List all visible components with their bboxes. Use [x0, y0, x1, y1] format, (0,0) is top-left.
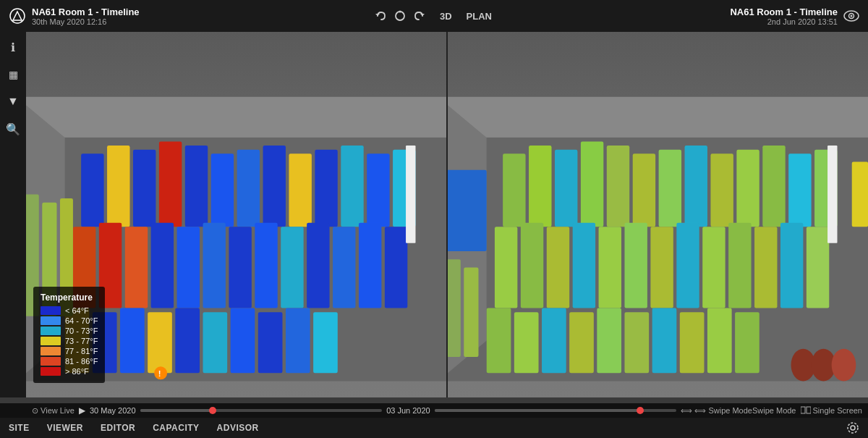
- svg-rect-67: [762, 146, 785, 227]
- nav-editor[interactable]: EDITOR: [101, 423, 135, 433]
- timeline-sidebar-spacer: [0, 403, 26, 418]
- svg-rect-57: [503, 153, 525, 227]
- svg-rect-63: [659, 150, 681, 227]
- svg-point-8: [850, 15, 852, 17]
- left-subtitle: 30th May 2020 12:16: [32, 17, 140, 26]
- nav-advisor[interactable]: ADVISOR: [217, 423, 259, 433]
- search-icon[interactable]: 🔍: [6, 122, 20, 136]
- svg-rect-91: [707, 308, 732, 374]
- svg-rect-61: [607, 146, 629, 227]
- svg-rect-79: [728, 223, 751, 308]
- nav-viewer[interactable]: VIEWER: [47, 423, 83, 433]
- svg-rect-18: [237, 150, 260, 227]
- center-controls: 3D PLAN: [375, 9, 495, 23]
- svg-rect-58: [529, 146, 551, 227]
- svg-rect-33: [281, 227, 303, 308]
- filter-icon[interactable]: ▼: [7, 95, 19, 108]
- svg-rect-89: [652, 308, 677, 374]
- svg-rect-100: [852, 162, 868, 227]
- redo-icon[interactable]: [412, 9, 425, 22]
- temperature-legend: Temperature < 64°F 64 - 70°F 70 - 73°F 7…: [33, 287, 105, 383]
- legend-label-5: 81 - 86°F: [65, 357, 98, 366]
- svg-rect-51: [406, 146, 415, 243]
- svg-rect-27: [125, 227, 148, 308]
- svg-rect-16: [185, 146, 208, 227]
- scene-left: ! Temperature < 64°F 64 - 70°F 70 - 73°F: [26, 32, 446, 397]
- info-icon[interactable]: ℹ: [11, 41, 15, 54]
- svg-rect-94: [448, 259, 461, 357]
- legend-color-0: [41, 306, 61, 315]
- view-3d-btn[interactable]: 3D: [437, 9, 455, 23]
- svg-rect-71: [521, 223, 543, 308]
- svg-rect-62: [633, 153, 655, 227]
- nav-site[interactable]: SITE: [9, 423, 30, 433]
- play-btn[interactable]: ▶: [79, 405, 85, 416]
- svg-rect-88: [624, 312, 649, 373]
- timeline-right-handle[interactable]: [637, 407, 644, 414]
- legend-item-6: > 86°F: [41, 367, 98, 376]
- svg-rect-55: [448, 97, 868, 138]
- svg-rect-44: [231, 308, 255, 374]
- scene-right: [448, 32, 868, 397]
- view-toggle: 3D PLAN: [437, 9, 495, 23]
- timeline-right-track[interactable]: [435, 409, 677, 412]
- svg-rect-81: [780, 223, 803, 308]
- svg-rect-31: [229, 227, 251, 308]
- svg-rect-72: [547, 227, 569, 308]
- legend-label-6: > 86°F: [65, 367, 89, 376]
- settings-icon[interactable]: [846, 421, 859, 434]
- legend-color-2: [41, 327, 61, 335]
- legend-label-2: 70 - 73°F: [65, 327, 98, 335]
- svg-rect-21: [315, 150, 337, 227]
- svg-rect-15: [159, 142, 182, 227]
- timeline-left-date: 30 May 2020: [90, 406, 136, 415]
- single-screen-label: Single Screen: [813, 406, 863, 415]
- chart-icon[interactable]: ▦: [9, 69, 18, 80]
- timeline-left-track[interactable]: [140, 409, 383, 412]
- sync-icon[interactable]: [393, 9, 407, 22]
- view-live-btn[interactable]: ⊙ View Live: [32, 406, 75, 416]
- legend-item-3: 73 - 77°F: [41, 337, 98, 345]
- svg-rect-35: [333, 227, 355, 308]
- logo-icon: [9, 7, 26, 25]
- svg-rect-20: [289, 153, 311, 227]
- swipe-mode-btn[interactable]: ⟺ ⟺ Swipe ModeSwipe Mode: [681, 406, 796, 416]
- legend-label-1: 64 - 70°F: [65, 316, 98, 325]
- svg-rect-14: [133, 150, 156, 227]
- svg-rect-80: [754, 227, 777, 308]
- top-bar: NA61 Room 1 - Timeline 30th May 2020 12:…: [0, 0, 868, 32]
- svg-rect-75: [624, 223, 647, 308]
- svg-rect-86: [569, 312, 594, 373]
- legend-title: Temperature: [41, 292, 98, 303]
- svg-rect-70: [495, 227, 517, 308]
- svg-rect-87: [597, 308, 621, 374]
- svg-rect-84: [514, 312, 539, 373]
- svg-rect-47: [313, 312, 338, 373]
- svg-rect-92: [735, 312, 760, 373]
- left-sidebar: ℹ ▦ ▼ 🔍: [0, 32, 26, 397]
- legend-item-2: 70 - 73°F: [41, 327, 98, 335]
- svg-rect-22: [341, 146, 363, 227]
- right-subtitle: 2nd Jun 2020 13:51: [730, 17, 838, 26]
- svg-rect-82: [807, 227, 829, 308]
- legend-label-0: < 64°F: [65, 306, 89, 315]
- svg-rect-76: [650, 227, 673, 308]
- svg-rect-23: [367, 153, 389, 227]
- svg-marker-5: [420, 14, 425, 16]
- eye-icon[interactable]: [843, 10, 859, 22]
- svg-rect-74: [599, 227, 621, 308]
- timeline-left-handle[interactable]: [209, 407, 216, 414]
- svg-rect-32: [255, 223, 277, 308]
- svg-rect-78: [702, 227, 725, 308]
- view-plan-btn[interactable]: PLAN: [464, 9, 495, 23]
- nav-capacity[interactable]: CAPACITY: [153, 423, 199, 433]
- svg-rect-99: [827, 146, 837, 243]
- left-title: NA61 Room 1 - Timeline: [32, 7, 140, 17]
- undo-icon[interactable]: [375, 9, 388, 22]
- single-screen-btn[interactable]: Single Screen: [801, 405, 863, 416]
- svg-point-4: [399, 11, 401, 13]
- legend-label-3: 73 - 77°F: [65, 337, 98, 345]
- svg-rect-68: [788, 153, 811, 227]
- legend-label-4: 77 - 81°F: [65, 347, 98, 355]
- svg-rect-66: [736, 150, 759, 227]
